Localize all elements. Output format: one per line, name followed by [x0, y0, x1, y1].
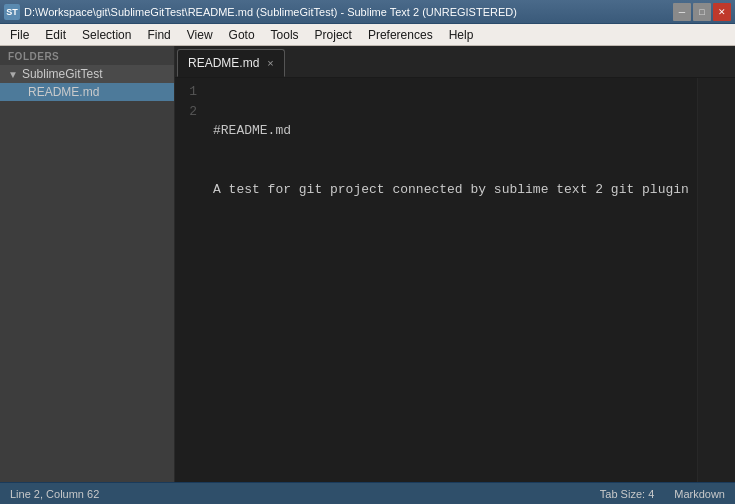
- folders-label: FOLDERS: [0, 46, 174, 65]
- menu-preferences[interactable]: Preferences: [360, 24, 441, 45]
- editor-tab[interactable]: README.md ×: [177, 49, 285, 77]
- close-button[interactable]: ✕: [713, 3, 731, 21]
- tab-label: README.md: [188, 56, 259, 70]
- minimap: [697, 78, 735, 482]
- line-number-1: 1: [183, 82, 197, 102]
- main-layout: FOLDERS ▼ SublimeGitTest README.md READM…: [0, 46, 735, 482]
- file-name: README.md: [28, 85, 99, 99]
- status-bar: Line 2, Column 62 Tab Size: 4 Markdown: [0, 482, 735, 504]
- menu-goto[interactable]: Goto: [221, 24, 263, 45]
- status-syntax: Markdown: [674, 488, 725, 500]
- code-line-1: #README.md: [213, 121, 689, 141]
- status-position: Line 2, Column 62: [10, 488, 99, 500]
- app-icon: ST: [4, 4, 20, 20]
- tab-close-icon[interactable]: ×: [267, 58, 273, 69]
- maximize-button[interactable]: □: [693, 3, 711, 21]
- menu-view[interactable]: View: [179, 24, 221, 45]
- line-numbers: 1 2: [175, 78, 205, 482]
- title-text: D:\Workspace\git\SublimeGitTest\README.m…: [24, 6, 517, 18]
- menu-find[interactable]: Find: [139, 24, 178, 45]
- menu-file[interactable]: File: [2, 24, 37, 45]
- menu-help[interactable]: Help: [441, 24, 482, 45]
- editor-content[interactable]: 1 2 #README.md A test for git project co…: [175, 78, 735, 482]
- sidebar: FOLDERS ▼ SublimeGitTest README.md: [0, 46, 175, 482]
- file-item[interactable]: README.md: [0, 83, 174, 101]
- code-area[interactable]: #README.md A test for git project connec…: [205, 78, 697, 482]
- tab-bar: README.md ×: [175, 46, 735, 78]
- folder-item[interactable]: ▼ SublimeGitTest: [0, 65, 174, 83]
- menu-tools[interactable]: Tools: [263, 24, 307, 45]
- editor-area: README.md × 1 2 #README.md A test for gi…: [175, 46, 735, 482]
- title-bar: ST D:\Workspace\git\SublimeGitTest\READM…: [0, 0, 735, 24]
- code-line-2: A test for git project connected by subl…: [213, 180, 689, 200]
- menu-edit[interactable]: Edit: [37, 24, 74, 45]
- title-left: ST D:\Workspace\git\SublimeGitTest\READM…: [4, 4, 517, 20]
- status-right: Tab Size: 4 Markdown: [600, 488, 725, 500]
- window-controls: ─ □ ✕: [673, 3, 731, 21]
- status-tab-size: Tab Size: 4: [600, 488, 654, 500]
- menu-selection[interactable]: Selection: [74, 24, 139, 45]
- folder-arrow-icon: ▼: [8, 69, 18, 80]
- minimize-button[interactable]: ─: [673, 3, 691, 21]
- folder-name: SublimeGitTest: [22, 67, 103, 81]
- menu-bar: File Edit Selection Find View Goto Tools…: [0, 24, 735, 46]
- menu-project[interactable]: Project: [307, 24, 360, 45]
- line-number-2: 2: [183, 102, 197, 122]
